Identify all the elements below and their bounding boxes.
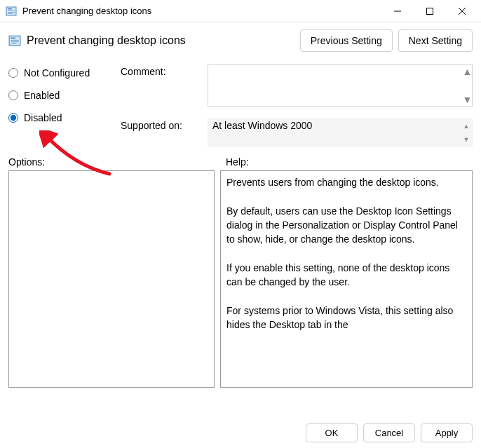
help-panel[interactable]: Prevents users from changing the desktop…: [220, 170, 473, 388]
svg-rect-6: [427, 8, 433, 15]
window-controls: [381, 0, 478, 22]
maximize-button[interactable]: [414, 0, 446, 22]
radio-not-configured[interactable]: Not Configured: [8, 67, 121, 79]
section-labels: Options: Help:: [0, 147, 481, 170]
apply-button[interactable]: Apply: [421, 423, 473, 442]
fields-column: Comment: ▲ ▼ Supported on: At least Wind…: [121, 57, 473, 147]
cancel-button[interactable]: Cancel: [363, 423, 415, 442]
close-button[interactable]: [446, 0, 478, 22]
state-radio-group: Not Configured Enabled Disabled: [8, 57, 121, 147]
comment-textarea[interactable]: [208, 65, 473, 107]
ok-button[interactable]: OK: [306, 423, 358, 442]
close-icon: [459, 8, 466, 15]
svg-rect-11: [11, 40, 18, 41]
radio-enabled-label: Enabled: [24, 90, 60, 101]
title-bar: Prevent changing desktop icons: [0, 0, 481, 22]
config-section: Not Configured Enabled Disabled Comment:…: [0, 57, 481, 147]
previous-setting-button[interactable]: Previous Setting: [300, 29, 393, 52]
svg-rect-12: [11, 41, 18, 42]
svg-rect-10: [11, 38, 15, 39]
supported-on-label: Supported on:: [121, 118, 205, 131]
svg-rect-1: [8, 8, 12, 10]
spin-up-icon: ▲: [461, 119, 472, 133]
radio-enabled[interactable]: Enabled: [8, 90, 121, 101]
supported-on-text: At least Windows 2000: [212, 120, 312, 131]
header-row: Prevent changing desktop icons Previous …: [0, 22, 481, 57]
minimize-icon: [394, 8, 401, 15]
svg-rect-2: [8, 11, 15, 11]
scroll-down-icon: ▼: [463, 94, 473, 105]
supported-on-value: At least Windows 2000 ▲ ▼: [208, 118, 473, 147]
policy-icon: [8, 34, 21, 47]
spin-down-icon: ▼: [461, 133, 472, 146]
radio-disabled[interactable]: Disabled: [8, 112, 121, 123]
window-title: Prevent changing desktop icons: [22, 6, 381, 16]
next-setting-button[interactable]: Next Setting: [398, 29, 473, 52]
svg-rect-13: [11, 43, 16, 43]
comment-scroll[interactable]: ▲ ▼: [463, 66, 471, 105]
options-label: Options:: [8, 156, 220, 168]
svg-rect-3: [8, 12, 15, 13]
radio-not-configured-label: Not Configured: [24, 67, 90, 79]
comment-label: Comment:: [121, 65, 205, 77]
radio-disabled-label: Disabled: [24, 112, 62, 123]
minimize-button[interactable]: [381, 0, 414, 22]
policy-icon: [6, 6, 17, 17]
radio-not-configured-input[interactable]: [8, 68, 18, 78]
maximize-icon: [426, 8, 433, 15]
help-label: Help:: [220, 156, 473, 168]
panels-row: Prevents users from changing the desktop…: [0, 170, 481, 388]
svg-rect-4: [8, 13, 13, 14]
options-panel: [8, 170, 215, 388]
supported-spinner[interactable]: ▲ ▼: [461, 119, 472, 146]
radio-disabled-input[interactable]: [8, 113, 18, 123]
scroll-up-icon: ▲: [463, 66, 473, 77]
policy-title: Prevent changing desktop icons: [27, 34, 294, 47]
dialog-footer: OK Cancel Apply: [306, 423, 473, 442]
radio-enabled-input[interactable]: [8, 90, 18, 100]
